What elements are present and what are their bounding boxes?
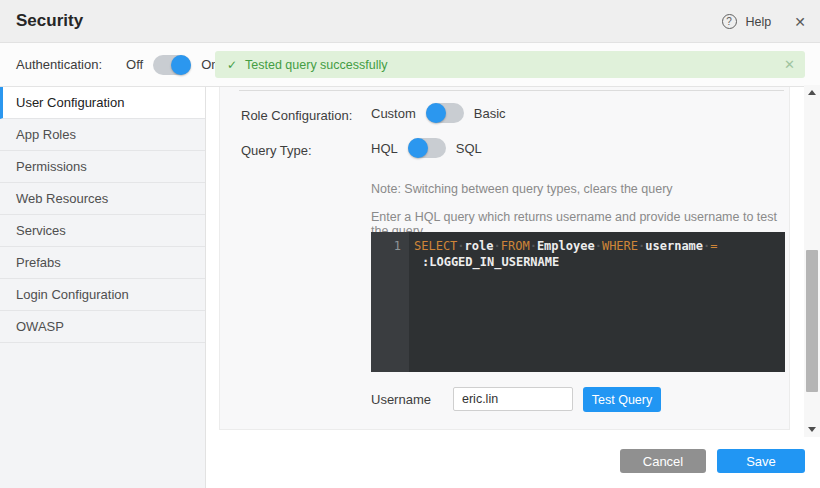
sidebar-item-permissions[interactable]: Permissions [0,151,205,183]
query-type-control: HQL SQL [371,138,482,158]
help-icon[interactable]: ? [722,14,737,29]
help-link[interactable]: Help [746,15,772,29]
banner-close-icon[interactable]: ✕ [784,57,795,72]
query-type-label: Query Type: [241,143,312,158]
role-configuration-toggle[interactable] [426,103,464,123]
test-query-button[interactable]: Test Query [583,387,661,412]
sidebar-item-login-configuration[interactable]: Login Configuration [0,279,205,311]
scroll-up-icon[interactable] [808,90,816,95]
username-input[interactable] [453,387,573,411]
query-code-editor[interactable]: 1 SELECT·role·FROM·Employee·WHERE·userna… [371,232,785,372]
header-controls: ? Help ✕ [722,0,806,43]
sidebar: User Configuration App Roles Permissions… [0,87,206,488]
code-lines[interactable]: SELECT·role·FROM·Employee·WHERE·username… [409,232,785,372]
role-basic-label: Basic [474,106,506,121]
close-icon[interactable]: ✕ [794,14,806,30]
code-token: · [530,239,537,253]
role-configuration-control: Custom Basic [371,103,506,123]
content-panel: Role Configuration: Custom Basic Query T… [219,87,790,430]
authentication-toggle[interactable] [153,55,191,75]
code-token: = [710,239,717,253]
role-custom-label: Custom [371,106,416,121]
code-token: FROM [501,239,530,253]
sidebar-item-web-resources[interactable]: Web Resources [0,183,205,215]
role-configuration-label: Role Configuration: [241,108,352,123]
window-header: Security ? Help ✕ [0,0,820,43]
sidebar-item-services[interactable]: Services [0,215,205,247]
scroll-down-icon[interactable] [808,427,816,432]
authentication-label: Authentication: [16,57,102,72]
banner-text: Tested query successfully [245,58,387,72]
code-token: · [595,239,602,253]
toggle-knob [426,103,446,123]
sidebar-item-prefabs[interactable]: Prefabs [0,247,205,279]
code-token: role [465,239,494,253]
save-button[interactable]: Save [717,449,805,473]
line-number: 1 [371,238,401,254]
code-token: · [457,239,464,253]
success-banner: ✓ Tested query successfully ✕ [215,51,805,78]
code-token: :LOGGED_IN_USERNAME [422,255,559,269]
query-hql-label: HQL [371,141,398,156]
cancel-button[interactable]: Cancel [620,449,706,473]
query-note: Note: Switching between query types, cle… [371,182,673,196]
code-token: WHERE [602,239,638,253]
code-token: Employee [537,239,595,253]
code-token: SELECT [414,239,457,253]
page-title: Security [16,11,83,31]
toggle-knob [171,55,191,75]
toggle-knob [408,138,428,158]
query-sql-label: SQL [456,141,482,156]
auth-off-label: Off [126,57,143,72]
section-divider [239,90,784,91]
username-label: Username [371,392,431,407]
scrollbar-thumb[interactable] [806,250,818,392]
code-token: username [645,239,703,253]
code-token: · [494,239,501,253]
vertical-scrollbar[interactable] [804,85,820,437]
check-icon: ✓ [227,58,237,72]
query-type-toggle[interactable] [408,138,446,158]
sidebar-item-owasp[interactable]: OWASP [0,311,205,343]
sidebar-item-app-roles[interactable]: App Roles [0,119,205,151]
sidebar-item-user-configuration[interactable]: User Configuration [0,87,205,119]
editor-gutter: 1 [371,232,409,372]
